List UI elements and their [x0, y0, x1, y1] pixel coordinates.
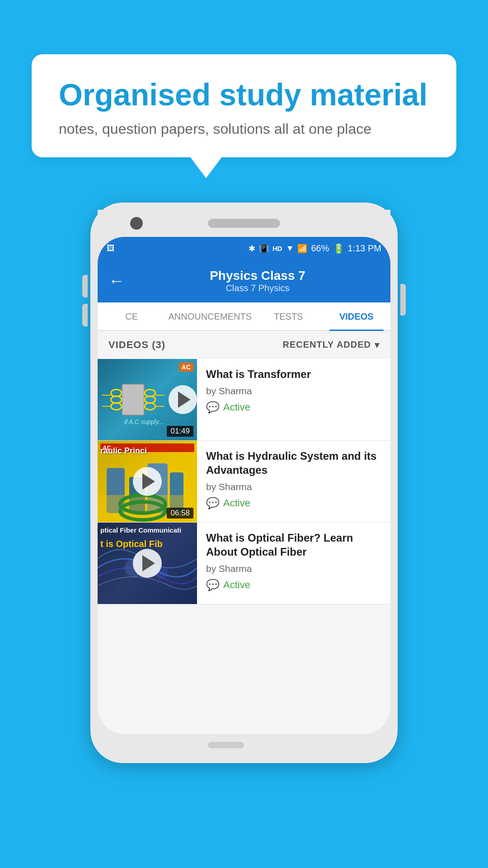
battery-icon: 🔋 [333, 243, 344, 254]
videos-list-header: VIDEOS (3) RECENTLY ADDED ▾ [98, 331, 390, 359]
play-button-2[interactable] [133, 467, 162, 496]
chat-icon-1: 💬 [206, 401, 220, 414]
bluetooth-icon: ✱ [249, 244, 255, 254]
hd-badge: HD [272, 245, 282, 252]
sort-label: RECENTLY ADDED [282, 340, 371, 350]
sort-button[interactable]: RECENTLY ADDED ▾ [282, 340, 380, 350]
battery-percent: 66% [311, 243, 329, 254]
status-left: 🖼 [107, 244, 115, 253]
video-duration-1: 01:49 [167, 426, 193, 437]
signal-icon: 📶 [297, 244, 307, 254]
ac-label: AC [179, 363, 193, 372]
home-indicator [208, 742, 244, 748]
video-author-2: by Sharma [206, 481, 382, 492]
videos-count-label: VIDEOS (3) [108, 339, 165, 351]
speech-bubble: Organised study material notes, question… [32, 54, 456, 157]
app-bar-title-container: Physics Class 7 Class 7 Physics [136, 269, 380, 293]
video-title-2: What is Hydraulic System and its Advanta… [206, 449, 382, 477]
time-display: 1:13 PM [348, 243, 381, 254]
video-status-2: 💬 Active [206, 497, 382, 509]
video-author-3: by Sharma [206, 563, 382, 574]
play-button-1[interactable] [169, 385, 197, 414]
play-button-3[interactable] [133, 549, 162, 578]
vibrate-icon: 📳 [259, 244, 269, 254]
video-card-1[interactable]: AC [98, 359, 390, 441]
video-thumb-3: ptical Fiber Communicati t is Optical Fi… [98, 523, 197, 604]
screen: 🖼 ✱ 📳 HD ▼ 📶 66% 🔋 1:13 PM [98, 237, 390, 734]
active-label-1: Active [223, 401, 250, 413]
transformer-svg: if A.C supply... [98, 370, 169, 429]
wifi-icon: ▼ [286, 244, 294, 253]
phone-outer-shell: 🖼 ✱ 📳 HD ▼ 📶 66% 🔋 1:13 PM [90, 203, 398, 763]
active-label-3: Active [223, 579, 250, 591]
page-background: Organised study material notes, question… [0, 0, 488, 868]
svg-rect-0 [122, 384, 144, 415]
video-title-3: What is Optical Fiber? Learn About Optic… [206, 531, 382, 559]
tab-announcements[interactable]: ANNOUNCEMENTS [166, 302, 254, 330]
video-status-1: 💬 Active [206, 401, 382, 414]
svg-text:if A.C supply...: if A.C supply... [124, 419, 164, 425]
chat-icon-3: 💬 [206, 579, 220, 591]
tab-videos[interactable]: VIDEOS [322, 302, 390, 330]
tab-ce[interactable]: CE [98, 302, 166, 330]
power-button [400, 284, 406, 316]
status-bar: 🖼 ✱ 📳 HD ▼ 📶 66% 🔋 1:13 PM [98, 237, 390, 260]
bubble-title: Organised study material [59, 78, 429, 112]
phone-camera [130, 217, 143, 230]
hydraulic-text: raulic Princi [100, 446, 147, 456]
status-right: ✱ 📳 HD ▼ 📶 66% 🔋 1:13 PM [249, 243, 381, 254]
chat-icon-2: 💬 [206, 497, 220, 509]
phone-bottom-bar [98, 734, 390, 756]
video-card-2[interactable]: AC raulic Princi [98, 441, 390, 523]
app-bar-subtitle: Class 7 Physics [136, 283, 380, 293]
back-button[interactable]: ← [108, 273, 125, 289]
video-info-3: What is Optical Fiber? Learn About Optic… [197, 523, 390, 598]
bubble-subtitle: notes, question papers, solutions all at… [59, 121, 429, 137]
chevron-down-icon: ▾ [375, 340, 380, 350]
phone-speaker [208, 219, 280, 228]
video-thumb-2: AC raulic Princi [98, 441, 197, 522]
video-duration-2: 06:58 [167, 508, 193, 519]
volume-up-button [82, 275, 88, 297]
photo-icon: 🖼 [107, 244, 115, 253]
tabs-bar: CE ANNOUNCEMENTS TESTS VIDEOS [98, 302, 390, 331]
tab-tests[interactable]: TESTS [254, 302, 323, 330]
optical-fiber-label-1: ptical Fiber Communicati [100, 526, 190, 534]
app-bar-title: Physics Class 7 [136, 269, 380, 283]
video-status-3: 💬 Active [206, 579, 382, 591]
video-author-1: by Sharma [206, 386, 382, 396]
phone-top-bar [98, 210, 390, 237]
video-info-1: What is Transformer by Sharma 💬 Active [197, 359, 390, 420]
phone-mockup: 🖼 ✱ 📳 HD ▼ 📶 66% 🔋 1:13 PM [90, 203, 398, 763]
video-thumb-1: AC [98, 359, 197, 440]
video-title-1: What is Transformer [206, 367, 382, 381]
active-label-2: Active [223, 497, 250, 509]
phone-inner-shell: 🖼 ✱ 📳 HD ▼ 📶 66% 🔋 1:13 PM [98, 237, 390, 734]
video-card-3[interactable]: ptical Fiber Communicati t is Optical Fi… [98, 523, 390, 604]
app-bar: ← Physics Class 7 Class 7 Physics [98, 260, 390, 302]
volume-down-button [82, 304, 88, 326]
video-info-2: What is Hydraulic System and its Advanta… [197, 441, 390, 516]
optical-fiber-label-2: t is Optical Fib [100, 539, 163, 549]
